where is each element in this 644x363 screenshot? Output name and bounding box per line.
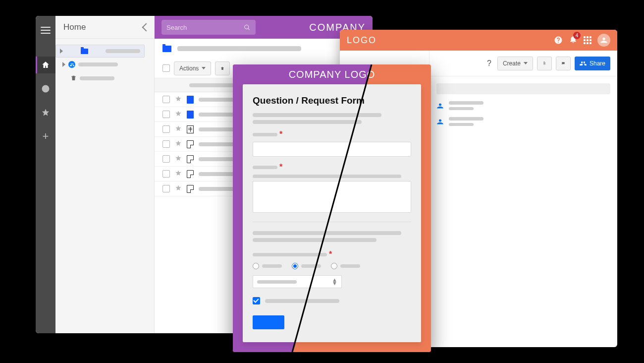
folder-icon [81, 49, 88, 54]
star-toggle[interactable] [175, 184, 182, 193]
left-nav-rail: + [36, 16, 55, 333]
caret-down-icon [202, 67, 206, 69]
comment-icon [561, 60, 565, 67]
side-panel: ? Create Share [429, 51, 617, 347]
top-bar: LOGO 4 [340, 30, 617, 51]
nav-add[interactable]: + [36, 128, 55, 145]
star-toggle[interactable] [175, 95, 182, 104]
tree-item-shared[interactable] [55, 58, 154, 71]
menu-button[interactable] [36, 22, 55, 39]
nav-home[interactable] [36, 57, 55, 73]
checkbox-label [265, 299, 339, 303]
form-card: Question / Request Form * * * [243, 84, 421, 342]
form-brand: COMPANY LOGO [233, 64, 431, 84]
tree-item-folder[interactable] [55, 45, 145, 58]
trash-icon [70, 74, 77, 83]
create-label: Create [503, 60, 521, 67]
form-desc-line [253, 113, 381, 117]
person-row[interactable] [436, 117, 610, 126]
field-help [253, 175, 401, 178]
person-row[interactable] [436, 101, 610, 110]
search-icon [244, 24, 251, 31]
nav-starred[interactable] [36, 104, 55, 121]
create-button[interactable]: Create [497, 57, 533, 70]
search-input[interactable] [166, 24, 244, 31]
form-title: Question / Request Form [253, 95, 411, 106]
field-label: * [253, 250, 411, 259]
row-checkbox[interactable] [162, 185, 170, 192]
comment-button[interactable] [556, 57, 571, 70]
radio-option[interactable] [292, 263, 321, 269]
textarea-input[interactable] [253, 181, 411, 213]
plus-icon: + [43, 131, 49, 142]
actions-label: Actions [179, 65, 199, 72]
request-form-dialog: COMPANY LOGO Question / Request Form * *… [233, 64, 431, 352]
tree-item-label [106, 49, 140, 53]
caret-down-icon [524, 62, 528, 64]
share-button[interactable]: Share [575, 57, 610, 70]
paperclip-icon [542, 60, 546, 67]
help-icon[interactable]: ? [487, 59, 491, 68]
avatar[interactable] [597, 34, 610, 47]
section-text [253, 238, 376, 242]
row-checkbox[interactable] [162, 170, 170, 178]
star-toggle[interactable] [175, 140, 182, 149]
home-icon [41, 60, 50, 69]
divider [253, 222, 411, 222]
note-icon [187, 170, 194, 178]
expand-icon [62, 62, 65, 67]
form-desc-line [253, 120, 362, 124]
radio-option[interactable] [253, 263, 282, 269]
nav-recent[interactable] [36, 80, 55, 97]
row-checkbox[interactable] [162, 111, 170, 118]
tree-item-label [80, 76, 114, 80]
trash-icon [220, 65, 224, 72]
checkbox-row[interactable] [253, 297, 411, 304]
doc-icon [187, 111, 194, 119]
radio-icon [292, 263, 298, 269]
text-input[interactable] [253, 142, 411, 157]
search-box[interactable] [161, 20, 256, 35]
star-toggle[interactable] [175, 125, 182, 134]
actions-button[interactable]: Actions [174, 61, 211, 75]
collapse-tree-icon[interactable] [142, 23, 151, 31]
person-icon [436, 118, 444, 125]
star-toggle[interactable] [175, 110, 182, 119]
people-icon [68, 61, 75, 68]
attach-button[interactable] [537, 57, 552, 70]
field-label: * [253, 163, 411, 172]
folder-icon [162, 46, 171, 52]
select-input[interactable]: ▲▼ [253, 275, 342, 288]
select-all-checkbox[interactable] [162, 64, 170, 72]
row-checkbox[interactable] [162, 125, 170, 133]
apps-grid-icon[interactable] [584, 36, 591, 44]
panel-heading [436, 83, 610, 94]
required-icon: * [279, 163, 282, 172]
brand-text: LOGO [347, 35, 376, 46]
radio-option[interactable] [331, 263, 360, 269]
required-icon: * [279, 130, 282, 139]
note-icon [187, 140, 194, 148]
star-toggle[interactable] [175, 170, 182, 179]
checkbox-icon [253, 297, 260, 304]
people-icon [580, 60, 587, 67]
star-icon [41, 108, 50, 117]
folder-tree-panel: Home [55, 16, 155, 333]
help-icon[interactable] [554, 36, 563, 45]
notifications-button[interactable]: 4 [569, 35, 578, 46]
row-checkbox[interactable] [162, 155, 170, 163]
panel-body [429, 76, 617, 140]
delete-button[interactable] [215, 61, 230, 75]
clock-icon [41, 84, 50, 93]
share-label: Share [590, 60, 605, 67]
doc-icon [187, 96, 194, 104]
row-checkbox[interactable] [162, 140, 170, 148]
tree-item-trash[interactable] [55, 71, 154, 85]
submit-button[interactable] [253, 315, 284, 329]
tree-header: Home [55, 16, 154, 39]
hamburger-icon [41, 27, 51, 34]
required-icon: * [329, 250, 332, 259]
radio-icon [331, 263, 337, 269]
row-checkbox[interactable] [162, 96, 170, 103]
star-toggle[interactable] [175, 155, 182, 164]
